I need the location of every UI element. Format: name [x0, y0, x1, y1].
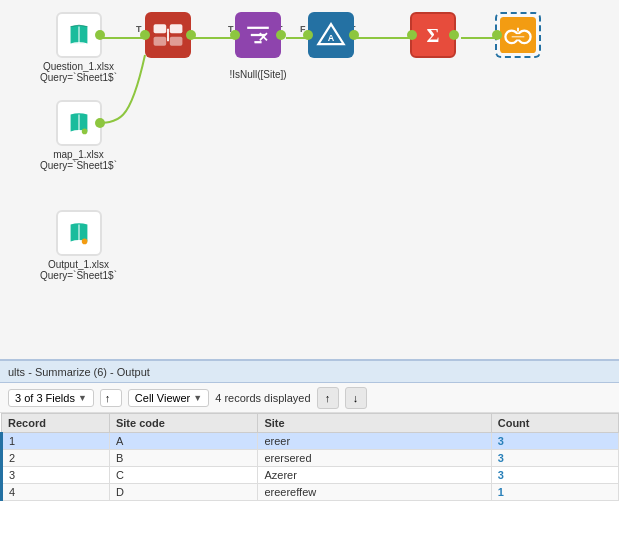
table-row[interactable]: 1Aereer3 [2, 433, 619, 450]
viewer-dropdown-arrow: ▼ [193, 393, 202, 403]
nav-down-btn[interactable]: ↓ [345, 387, 367, 409]
node-filter-label: !IsNull([Site]) [229, 69, 286, 80]
col-header-sitecode: Site code [109, 414, 257, 433]
node-map-label: map_1.xlsxQuery=`Sheet1$` [40, 149, 117, 171]
fields-selector[interactable]: 3 of 3 Fields ▼ [8, 389, 94, 407]
cell-record: 3 [2, 467, 110, 484]
records-count: 4 records displayed [215, 392, 310, 404]
node-filter[interactable]: !IsNull([Site]) [235, 12, 281, 58]
canvas-area: T T T F T Question_1.xlsxQuery=`Sheet1$` [0, 0, 619, 360]
node-question-output [95, 30, 105, 40]
cell-count: 3 [491, 433, 618, 450]
node-join-input-t [140, 30, 150, 40]
node-formula-output [349, 30, 359, 40]
node-question-label: Question_1.xlsxQuery=`Sheet1$` [40, 61, 117, 83]
node-browse-input [492, 30, 502, 40]
viewer-group: Cell Viewer ▼ [128, 389, 209, 407]
results-panel: ults - Summarize (6) - Output 3 of 3 Fie… [0, 359, 619, 559]
svg-text:Σ: Σ [427, 24, 440, 46]
node-formula-input [303, 30, 313, 40]
sort-asc-btn[interactable]: ↑ [100, 389, 122, 407]
node-map-output [95, 118, 105, 128]
cell-site: ereereffew [258, 484, 491, 501]
toolbar: 3 of 3 Fields ▼ ↑ Cell Viewer ▼ 4 record… [0, 383, 619, 413]
table-row[interactable]: 3CAzerer3 [2, 467, 619, 484]
svg-rect-12 [170, 24, 183, 33]
cell-record: 1 [2, 433, 110, 450]
cell-record: 4 [2, 484, 110, 501]
cell-sitecode: A [109, 433, 257, 450]
node-output-label: Output_1.xlsxQuery=`Sheet1$` [40, 259, 117, 281]
node-output[interactable]: Output_1.xlsxQuery=`Sheet1$` [40, 210, 117, 281]
cell-site: Azerer [258, 467, 491, 484]
node-question[interactable]: Question_1.xlsxQuery=`Sheet1$` [40, 12, 117, 83]
svg-point-7 [81, 129, 87, 135]
cell-site: erersered [258, 450, 491, 467]
cell-sitecode: D [109, 484, 257, 501]
col-header-site: Site [258, 414, 491, 433]
node-join[interactable] [145, 12, 191, 58]
table-container: Record Site code Site Count 1Aereer32Ber… [0, 413, 619, 501]
svg-rect-14 [170, 37, 183, 46]
node-summarize-output [449, 30, 459, 40]
cell-viewer-btn[interactable]: Cell Viewer ▼ [128, 389, 209, 407]
table-row[interactable]: 2Berersered3 [2, 450, 619, 467]
node-filter-output-t [276, 30, 286, 40]
node-summarize[interactable]: Σ [410, 12, 456, 58]
cell-sitecode: B [109, 450, 257, 467]
node-browse[interactable] [495, 12, 541, 58]
svg-rect-11 [154, 24, 167, 33]
node-map[interactable]: map_1.xlsxQuery=`Sheet1$` [40, 100, 117, 171]
node-formula[interactable]: A [308, 12, 354, 58]
cell-site: ereer [258, 433, 491, 450]
node-join-output [186, 30, 196, 40]
results-header: ults - Summarize (6) - Output [0, 361, 619, 383]
node-filter-input [230, 30, 240, 40]
table-row[interactable]: 4Dereereffew1 [2, 484, 619, 501]
viewer-label: Cell Viewer [135, 392, 190, 404]
node-summarize-input [407, 30, 417, 40]
fields-label: 3 of 3 Fields [15, 392, 75, 404]
nav-up-btn[interactable]: ↑ [317, 387, 339, 409]
cell-sitecode: C [109, 467, 257, 484]
cell-count: 3 [491, 467, 618, 484]
svg-point-9 [81, 239, 87, 245]
svg-text:A: A [328, 33, 335, 43]
results-title: ults - Summarize (6) - Output [8, 366, 150, 378]
col-header-count: Count [491, 414, 618, 433]
cell-count: 3 [491, 450, 618, 467]
cell-count: 1 [491, 484, 618, 501]
svg-rect-13 [154, 37, 167, 46]
fields-dropdown-arrow: ▼ [78, 393, 87, 403]
cell-record: 2 [2, 450, 110, 467]
col-header-record: Record [2, 414, 110, 433]
data-table: Record Site code Site Count 1Aereer32Ber… [0, 413, 619, 501]
